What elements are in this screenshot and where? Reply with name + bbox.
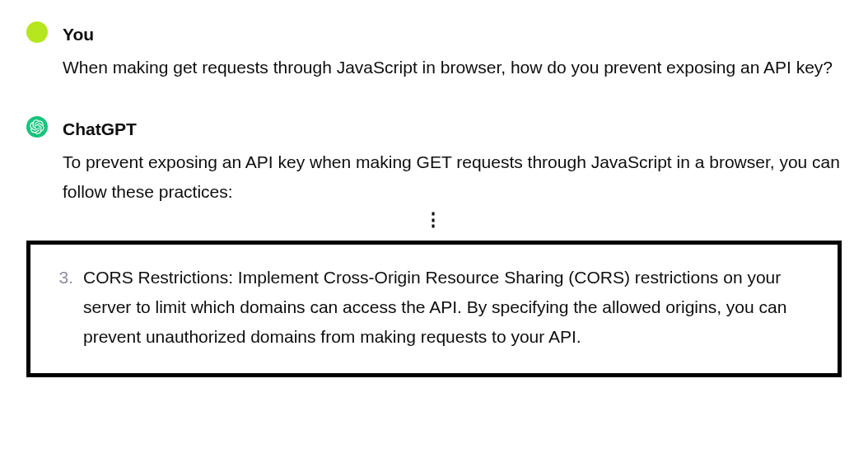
assistant-body: ChatGPT To prevent exposing an API key w… bbox=[63, 114, 842, 206]
user-message-text: When making get requests through JavaScr… bbox=[63, 53, 842, 82]
chatgpt-icon bbox=[30, 119, 44, 134]
list-item-text: CORS Restrictions: Implement Cross-Origi… bbox=[83, 263, 819, 351]
highlight-box: 3. CORS Restrictions: Implement Cross-Or… bbox=[26, 241, 842, 376]
assistant-author-label: ChatGPT bbox=[63, 114, 842, 144]
user-author-label: You bbox=[63, 20, 842, 49]
assistant-message: ChatGPT To prevent exposing an API key w… bbox=[26, 114, 842, 206]
user-message: You When making get requests through Jav… bbox=[26, 20, 842, 82]
vertical-ellipsis-icon: ⋮ bbox=[26, 211, 842, 229]
list-number: 3. bbox=[52, 263, 73, 351]
user-body: You When making get requests through Jav… bbox=[63, 20, 842, 82]
assistant-avatar bbox=[26, 116, 48, 138]
assistant-intro-text: To prevent exposing an API key when maki… bbox=[63, 147, 842, 206]
user-avatar bbox=[26, 21, 48, 43]
list-item: 3. CORS Restrictions: Implement Cross-Or… bbox=[49, 263, 819, 351]
